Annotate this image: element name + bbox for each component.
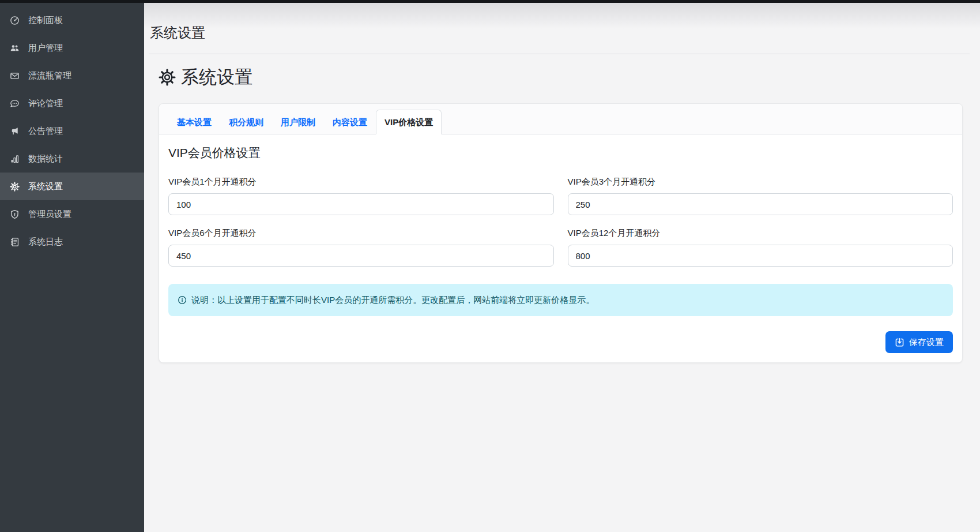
sidebar-item-label: 漂流瓶管理 xyxy=(28,70,71,81)
field-label: VIP会员1个月开通积分 xyxy=(168,177,554,188)
envelope-icon xyxy=(10,71,20,81)
sidebar-item-label: 系统日志 xyxy=(28,237,63,248)
gear-icon xyxy=(10,182,20,192)
form-field: VIP会员12个月开通积分 xyxy=(568,228,953,267)
bar-chart-icon xyxy=(10,154,20,164)
sidebar-item-label: 管理员设置 xyxy=(28,209,71,220)
megaphone-icon xyxy=(10,126,20,136)
info-alert-text: 说明：以上设置用于配置不同时长VIP会员的开通所需积分。更改配置后，网站前端将立… xyxy=(191,295,594,306)
sidebar-item-envelope[interactable]: 漂流瓶管理 xyxy=(0,62,144,89)
tab-4[interactable]: VIP价格设置 xyxy=(376,110,442,134)
sidebar-item-label: 用户管理 xyxy=(28,43,63,54)
speedometer-icon xyxy=(10,16,20,25)
sidebar-item-users[interactable]: 用户管理 xyxy=(0,34,144,62)
field-label: VIP会员12个月开通积分 xyxy=(568,228,953,239)
actions-row: 保存设置 xyxy=(168,331,953,353)
vip-price-input-3[interactable] xyxy=(568,245,953,267)
page-title: 系统设置 xyxy=(150,24,970,42)
info-icon xyxy=(178,295,187,305)
sidebar-item-label: 系统设置 xyxy=(28,181,63,192)
sidebar-item-label: 公告管理 xyxy=(28,126,63,137)
field-label: VIP会员3个月开通积分 xyxy=(568,177,953,188)
vip-price-input-1[interactable] xyxy=(568,193,953,215)
tab-3[interactable]: 内容设置 xyxy=(324,110,376,134)
users-icon xyxy=(10,43,20,53)
vip-price-input-2[interactable] xyxy=(168,245,554,267)
vip-price-input-0[interactable] xyxy=(168,193,554,215)
content: 系统设置 基本设置积分规则用户限制内容设置VIP价格设置 VIP会员价格设置 V… xyxy=(144,66,980,363)
tab-bar: 基本设置积分规则用户限制内容设置VIP价格设置 xyxy=(159,104,962,134)
tab-2[interactable]: 用户限制 xyxy=(272,110,324,134)
shield-icon xyxy=(10,209,20,219)
save-icon xyxy=(895,338,904,347)
comment-icon xyxy=(10,99,20,108)
main-area: 系统设置 系统设置 基本设置积分规则用户限制内容设置VIP价格设置 VIP会员价… xyxy=(144,3,980,532)
form-field: VIP会员6个月开通积分 xyxy=(168,228,554,267)
sidebar: 控制面板 用户管理 漂流瓶管理 评论管理 公告管理 数据统计 系统设置 管理员设… xyxy=(0,3,144,532)
save-button-label: 保存设置 xyxy=(909,337,944,348)
sidebar-item-label: 数据统计 xyxy=(28,153,63,164)
sidebar-menu: 控制面板 用户管理 漂流瓶管理 评论管理 公告管理 数据统计 系统设置 管理员设… xyxy=(0,6,144,256)
save-settings-button[interactable]: 保存设置 xyxy=(885,331,953,353)
sidebar-item-speedometer[interactable]: 控制面板 xyxy=(0,6,144,34)
sidebar-item-megaphone[interactable]: 公告管理 xyxy=(0,117,144,145)
form-field: VIP会员1个月开通积分 xyxy=(168,177,554,215)
journal-icon xyxy=(10,237,20,247)
sidebar-item-journal[interactable]: 系统日志 xyxy=(0,228,144,256)
sidebar-item-comment[interactable]: 评论管理 xyxy=(0,89,144,117)
page-header: 系统设置 xyxy=(149,3,970,54)
section-title-text: 系统设置 xyxy=(181,66,252,88)
sidebar-item-shield[interactable]: 管理员设置 xyxy=(0,200,144,228)
section-title: 系统设置 xyxy=(159,66,963,88)
sidebar-item-label: 控制面板 xyxy=(28,15,63,26)
tab-1[interactable]: 积分规则 xyxy=(220,110,272,134)
panel-heading: VIP会员价格设置 xyxy=(168,145,953,161)
fields-grid: VIP会员1个月开通积分 VIP会员3个月开通积分 VIP会员6个月开通积分 V… xyxy=(168,177,953,267)
settings-card: 基本设置积分规则用户限制内容设置VIP价格设置 VIP会员价格设置 VIP会员1… xyxy=(159,103,963,363)
gear-icon xyxy=(159,69,176,86)
sidebar-item-label: 评论管理 xyxy=(28,98,63,109)
field-label: VIP会员6个月开通积分 xyxy=(168,228,554,239)
sidebar-item-bar-chart[interactable]: 数据统计 xyxy=(0,145,144,173)
top-bar xyxy=(0,0,980,3)
form-field: VIP会员3个月开通积分 xyxy=(568,177,953,215)
info-alert: 说明：以上设置用于配置不同时长VIP会员的开通所需积分。更改配置后，网站前端将立… xyxy=(168,284,953,316)
vip-price-panel: VIP会员价格设置 VIP会员1个月开通积分 VIP会员3个月开通积分 VIP会… xyxy=(159,134,962,362)
sidebar-item-gear[interactable]: 系统设置 xyxy=(0,173,144,200)
tab-0[interactable]: 基本设置 xyxy=(168,110,220,134)
